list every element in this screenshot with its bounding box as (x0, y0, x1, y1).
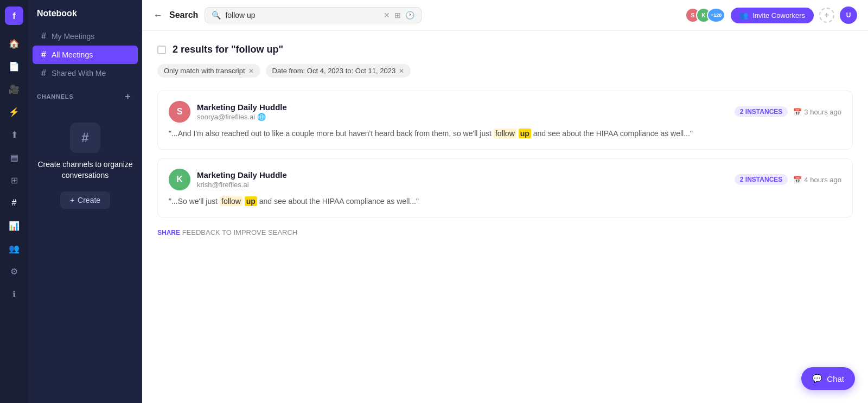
sidebar-item-shared-with-me[interactable]: # Shared With Me (33, 64, 138, 82)
card-avatar-2: K (169, 169, 190, 190)
grid-icon[interactable]: ⊞ (4, 170, 24, 190)
calendar-icon: 📅 (793, 108, 802, 116)
meeting-title-2: Marketing Daily Huddle (197, 170, 728, 180)
sidebar-item-all-meetings[interactable]: # All Meetings (33, 46, 138, 64)
sidebar: Notebook # My Meetings # All Meetings # … (28, 0, 142, 403)
home-icon[interactable]: 🏠 (4, 34, 24, 53)
user-avatar[interactable]: U (840, 7, 857, 24)
hash-icon[interactable]: # (4, 193, 24, 213)
search-input[interactable] (225, 11, 379, 20)
feedback-text: FEEDBACK TO IMPROVE SEARCH (180, 228, 297, 236)
filter-date[interactable]: Date from: Oct 4, 2023 to: Oct 11, 2023 … (266, 64, 411, 78)
card-header-2: K Marketing Daily Huddle krish@fireflies… (169, 169, 841, 190)
hash-icon: # (41, 50, 46, 60)
channel-hash-icon: # (70, 123, 100, 153)
filter-date-label: Date from: Oct 4, 2023 to: Oct 11, 2023 (272, 67, 396, 75)
info-icon[interactable]: ℹ (4, 284, 24, 304)
card-date-1: 📅 3 hours ago (793, 108, 841, 116)
card-header-1: S Marketing Daily Huddle soorya@fireflie… (169, 101, 841, 123)
highlight-up-2: up (245, 196, 257, 206)
lightning-icon[interactable]: ⚡ (4, 102, 24, 121)
header-right: S K +120 👥 Invite Coworkers + U (685, 7, 857, 24)
sidebar-label-shared-with-me: Shared With Me (52, 69, 106, 78)
invite-label: Invite Coworkers (752, 11, 805, 20)
svg-text:f: f (12, 11, 16, 21)
share-feedback-link[interactable]: SHARE (157, 229, 180, 236)
header: ← Search 🔍 ✕ ⊞ 🕐 S K +120 👥 Invite Cowor… (142, 0, 868, 31)
upload-icon[interactable]: ⬆ (4, 125, 24, 144)
result-card-1[interactable]: S Marketing Daily Huddle soorya@fireflie… (157, 91, 853, 150)
add-button[interactable]: + (819, 8, 834, 23)
card-info-1: Marketing Daily Huddle soorya@fireflies.… (197, 103, 728, 121)
search-title: Search (169, 10, 198, 20)
chat-bubble-icon: 💬 (812, 374, 822, 383)
chat-label: Chat (827, 374, 844, 383)
results-count: 2 results for "follow up" (173, 44, 283, 55)
grid-view-icon[interactable]: ⊞ (394, 11, 401, 20)
globe-icon: 🌐 (257, 113, 266, 121)
avatar-stack: S K +120 (685, 8, 725, 23)
card-meta-1: 2 INSTANCES 📅 3 hours ago (735, 106, 841, 117)
select-all-checkbox[interactable] (157, 46, 166, 54)
instances-badge-2: 2 INSTANCES (735, 174, 788, 185)
calendar-icon-2: 📅 (793, 176, 802, 184)
invite-coworkers-button[interactable]: 👥 Invite Coworkers (731, 8, 814, 23)
sidebar-item-my-meetings[interactable]: # My Meetings (33, 27, 138, 46)
chat-button[interactable]: 💬 Chat (801, 367, 855, 390)
plus-icon: + (70, 196, 74, 204)
card-date-2: 📅 4 hours ago (793, 176, 841, 184)
icon-rail: f 🏠 📄 🎥 ⚡ ⬆ ▤ ⊞ # 📊 👥 ⚙ ℹ (0, 0, 28, 403)
card-excerpt-1: "...And I'm also reached out to like a c… (169, 128, 841, 139)
chart-icon[interactable]: 📊 (4, 216, 24, 235)
card-meta-2: 2 INSTANCES 📅 4 hours ago (735, 174, 841, 185)
filter-transcript[interactable]: Only match with transcript ✕ (157, 64, 260, 78)
layers-icon[interactable]: ▤ (4, 148, 24, 167)
feedback-row: SHARE FEEDBACK TO IMPROVE SEARCH (157, 228, 853, 236)
avatar-count: +120 (707, 8, 725, 23)
people-icon[interactable]: 👥 (4, 239, 24, 258)
channels-content: # Create channels to organize conversati… (28, 106, 142, 394)
back-button[interactable]: ← (153, 10, 163, 21)
highlight-follow-1: follow (494, 129, 516, 138)
history-icon[interactable]: 🕐 (405, 11, 414, 20)
search-icon: 🔍 (212, 11, 221, 20)
card-excerpt-2: "...So we'll just follow up and see abou… (169, 196, 841, 207)
instances-badge-1: 2 INSTANCES (735, 106, 788, 117)
card-email-2: krish@fireflies.ai (197, 181, 728, 189)
channels-header: CHANNELS + (28, 82, 142, 106)
create-label: Create (78, 196, 100, 204)
highlight-up-1: up (519, 129, 531, 138)
card-email-1: soorya@fireflies.ai 🌐 (197, 113, 728, 121)
settings-icon[interactable]: ⚙ (4, 261, 24, 281)
hash-icon: # (41, 68, 46, 78)
filters-row: Only match with transcript ✕ Date from: … (157, 64, 853, 78)
sidebar-label-all-meetings: All Meetings (52, 50, 93, 59)
clear-search-button[interactable]: ✕ (384, 11, 390, 20)
sidebar-title: Notebook (28, 9, 142, 27)
channels-label: CHANNELS (37, 93, 74, 100)
document-icon[interactable]: 📄 (4, 56, 24, 76)
result-card-2[interactable]: K Marketing Daily Huddle krish@fireflies… (157, 158, 853, 218)
app-logo[interactable]: f (5, 7, 23, 25)
search-bar: 🔍 ✕ ⊞ 🕐 (205, 7, 422, 23)
search-results-area: 2 results for "follow up" Only match wit… (142, 31, 868, 403)
remove-filter-transcript[interactable]: ✕ (248, 67, 254, 75)
filter-transcript-label: Only match with transcript (164, 67, 245, 75)
channels-description: Create channels to organize conversation… (37, 159, 133, 181)
add-channel-button[interactable]: + (123, 91, 133, 102)
sidebar-label-my-meetings: My Meetings (52, 32, 94, 41)
create-channel-button[interactable]: + Create (60, 191, 110, 209)
hash-icon: # (41, 31, 46, 41)
people-invite-icon: 👥 (739, 11, 748, 20)
video-icon[interactable]: 🎥 (4, 79, 24, 99)
remove-filter-date[interactable]: ✕ (399, 67, 404, 75)
highlight-follow-2: follow (220, 196, 242, 206)
main-content: ← Search 🔍 ✕ ⊞ 🕐 S K +120 👥 Invite Cowor… (142, 0, 868, 403)
card-info-2: Marketing Daily Huddle krish@fireflies.a… (197, 170, 728, 189)
meeting-title-1: Marketing Daily Huddle (197, 103, 728, 112)
results-header: 2 results for "follow up" (157, 44, 853, 55)
card-avatar-1: S (169, 101, 190, 123)
